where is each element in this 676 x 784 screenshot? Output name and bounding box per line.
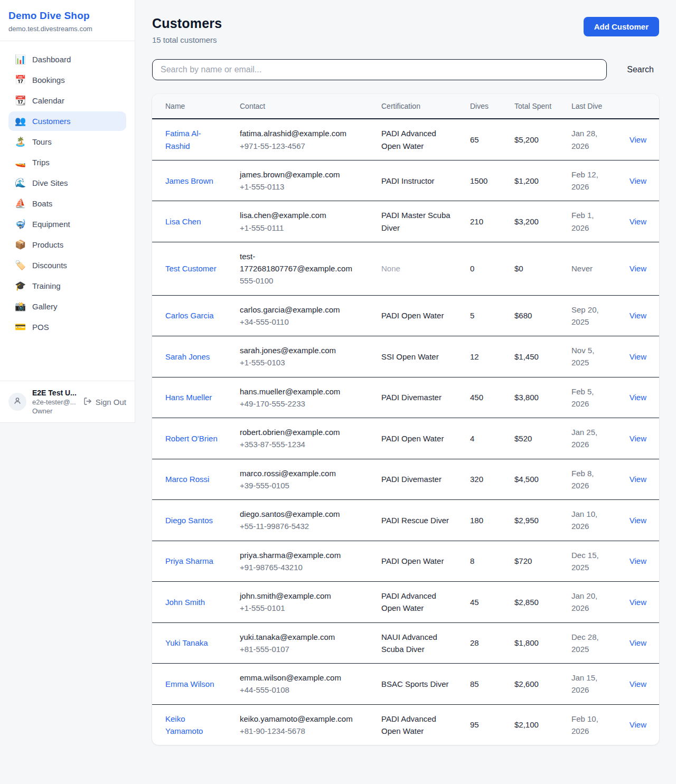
sidebar-item-training[interactable]: 🎓 Training [8,276,126,296]
sidebar-item-bookings[interactable]: 📅 Bookings [8,70,126,90]
view-customer-link[interactable]: View [630,475,646,484]
col-header-total-spent: Total Spent [506,94,563,119]
nav-label: POS [32,323,49,332]
customer-dives: 4 [462,418,506,459]
customer-certification: None [373,242,462,295]
table-row: John Smith john.smith@example.com +1-555… [152,582,659,623]
customer-name-link[interactable]: Yuki Tanaka [165,638,208,647]
sidebar-item-discounts[interactable]: 🏷️ Discounts [8,256,126,275]
sidebar-item-dashboard[interactable]: 📊 Dashboard [8,50,126,69]
customer-total-spent: $1,450 [506,336,563,377]
add-customer-button[interactable]: Add Customer [584,17,659,36]
table-row: Lisa Chen lisa.chen@example.com +1-555-0… [152,201,659,242]
customer-total-spent: $5,200 [506,119,563,160]
search-button[interactable]: Search [622,61,659,79]
table-row: Hans Mueller hans.mueller@example.com +4… [152,377,659,418]
nav-label: Bookings [32,75,65,84]
customer-name-link[interactable]: Priya Sharma [165,556,213,565]
customer-total-spent: $4,500 [506,459,563,500]
customer-last-dive: Jan 10, 2026 [563,500,618,541]
customer-dives: 320 [462,459,506,500]
customer-dives: 1500 [462,160,506,201]
view-customer-link[interactable]: View [630,720,646,729]
customer-phone: +34-555-0110 [240,316,364,328]
table-row: Priya Sharma priya.sharma@example.com +9… [152,541,659,582]
user-email: e2e-tester@... [32,398,77,406]
customer-phone: +49-170-555-2233 [240,398,364,410]
customer-name-link[interactable]: Test Customer [165,264,217,273]
user-icon [13,396,22,408]
col-header-certification: Certification [373,94,462,119]
sidebar-item-boats[interactable]: ⛵ Boats [8,194,126,213]
customer-phone: +1-555-0101 [240,602,364,614]
page-header: Customers 15 total customers Add Custome… [152,16,659,44]
customer-phone: 555-0100 [240,275,364,287]
customer-last-dive: Feb 1, 2026 [563,201,618,242]
view-customer-link[interactable]: View [630,434,646,443]
customer-name-link[interactable]: James Brown [165,176,213,185]
search-input[interactable] [152,59,607,80]
customer-phone: +81-90-1234-5678 [240,725,364,737]
customer-dives: 65 [462,119,506,160]
sidebar-item-equipment[interactable]: 🤿 Equipment [8,214,126,234]
customer-name-link[interactable]: Carlos Garcia [165,311,214,320]
nav-label: Trips [32,158,50,167]
sidebar-item-pos[interactable]: 💳 POS [8,317,126,337]
sidebar-item-dive-sites[interactable]: 🌊 Dive Sites [8,173,126,193]
table-row: Marco Rossi marco.rossi@example.com +39-… [152,459,659,500]
nav-label: Equipment [32,220,70,229]
nav-icon: 📆 [15,96,25,105]
table-row: Emma Wilson emma.wilson@example.com +44-… [152,664,659,705]
customer-name-link[interactable]: Fatima Al-Rashid [165,129,201,150]
view-customer-link[interactable]: View [630,264,646,273]
customer-email: diego.santos@example.com [240,508,364,520]
customer-email: fatima.alrashid@example.com [240,127,364,139]
table-row: Diego Santos diego.santos@example.com +5… [152,500,659,541]
customer-name-link[interactable]: Sarah Jones [165,352,210,361]
view-customer-link[interactable]: View [630,516,646,525]
customer-name-link[interactable]: Hans Mueller [165,393,212,402]
customer-total-spent: $3,800 [506,377,563,418]
view-customer-link[interactable]: View [630,679,646,688]
customer-certification: PADI Divemaster [373,377,462,418]
sidebar-item-calendar[interactable]: 📆 Calendar [8,91,126,110]
customer-email: carlos.garcia@example.com [240,304,364,316]
sidebar-item-tours[interactable]: 🏝️ Tours [8,132,126,152]
sign-out-button[interactable]: Sign Out [83,397,126,407]
nav-label: Tours [32,137,52,146]
customer-certification: PADI Advanced Open Water [373,119,462,160]
user-name: E2E Test U... [32,389,77,397]
sidebar-item-trips[interactable]: 🚤 Trips [8,153,126,172]
customer-name-link[interactable]: Robert O'Brien [165,434,218,443]
view-customer-link[interactable]: View [630,135,646,144]
customer-name-link[interactable]: Lisa Chen [165,217,201,226]
customer-phone: +1-555-0113 [240,181,364,193]
customer-name-link[interactable]: Keiko Yamamoto [165,714,203,735]
customer-dives: 95 [462,704,506,745]
customer-name-link[interactable]: Diego Santos [165,516,213,525]
sidebar-item-customers[interactable]: 👥 Customers [8,111,126,131]
nav-icon: 📅 [15,75,25,84]
customer-phone: +55-11-99876-5432 [240,520,364,532]
view-customer-link[interactable]: View [630,638,646,647]
col-header-name: Name [152,94,231,119]
customer-last-dive: Nov 5, 2025 [563,336,618,377]
view-customer-link[interactable]: View [630,176,646,185]
customer-email: robert.obrien@example.com [240,426,364,438]
sidebar-item-products[interactable]: 📦 Products [8,235,126,254]
view-customer-link[interactable]: View [630,217,646,226]
view-customer-link[interactable]: View [630,311,646,320]
customer-name-link[interactable]: Marco Rossi [165,475,209,484]
view-customer-link[interactable]: View [630,393,646,402]
customer-name-link[interactable]: John Smith [165,598,205,607]
sidebar-item-gallery[interactable]: 📸 Gallery [8,297,126,316]
customer-name-link[interactable]: Emma Wilson [165,679,214,688]
customer-last-dive: Jan 28, 2026 [563,119,618,160]
customer-email: sarah.jones@example.com [240,344,364,356]
customer-certification: PADI Open Water [373,418,462,459]
view-customer-link[interactable]: View [630,556,646,565]
customers-table-card: Name Contact Certification Dives Total S… [152,94,659,745]
view-customer-link[interactable]: View [630,352,646,361]
view-customer-link[interactable]: View [630,598,646,607]
col-header-last-dive: Last Dive [563,94,618,119]
